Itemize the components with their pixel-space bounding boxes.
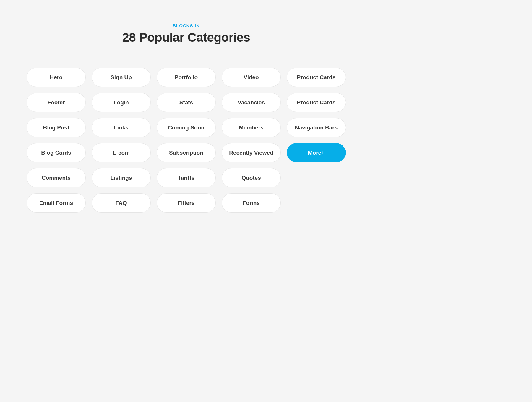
category-pill[interactable]: Product Cards [287,68,346,87]
category-pill[interactable]: Hero [27,68,86,87]
category-pill[interactable]: Blog Post [27,118,86,137]
category-pill[interactable]: Links [92,118,151,137]
category-pill[interactable]: Subscription [157,143,216,162]
categories-grid: Hero Sign Up Portfolio Video Product Car… [24,68,349,213]
category-pill[interactable]: Forms [222,193,281,213]
category-pill[interactable]: Vacancies [222,93,281,112]
section-eyebrow: BLOCKS IN [173,23,200,28]
section-title: 28 Popular Categories [122,30,250,45]
category-pill[interactable]: Navigation Bars [287,118,346,137]
category-pill[interactable]: Blog Cards [27,143,86,162]
category-pill[interactable]: Stats [157,93,216,112]
category-pill[interactable]: FAQ [92,193,151,213]
category-pill[interactable]: Quotes [222,168,281,187]
category-pill[interactable]: Footer [27,93,86,112]
category-pill[interactable]: Members [222,118,281,137]
more-button[interactable]: More+ [287,143,346,162]
category-pill[interactable]: Tariffs [157,168,216,187]
category-pill[interactable]: E-com [92,143,151,162]
category-pill[interactable]: Product Cards [287,93,346,112]
category-pill[interactable]: Email Forms [27,193,86,213]
category-pill[interactable]: Filters [157,193,216,213]
category-pill[interactable]: Portfolio [157,68,216,87]
category-pill[interactable]: Coming Soon [157,118,216,137]
categories-section: BLOCKS IN 28 Popular Categories Hero Sig… [24,23,349,281]
category-pill[interactable]: Sign Up [92,68,151,87]
category-pill[interactable]: Comments [27,168,86,187]
category-pill[interactable]: Login [92,93,151,112]
category-pill[interactable]: Listings [92,168,151,187]
category-pill[interactable]: Recently Viewed [222,143,281,162]
category-pill[interactable]: Video [222,68,281,87]
